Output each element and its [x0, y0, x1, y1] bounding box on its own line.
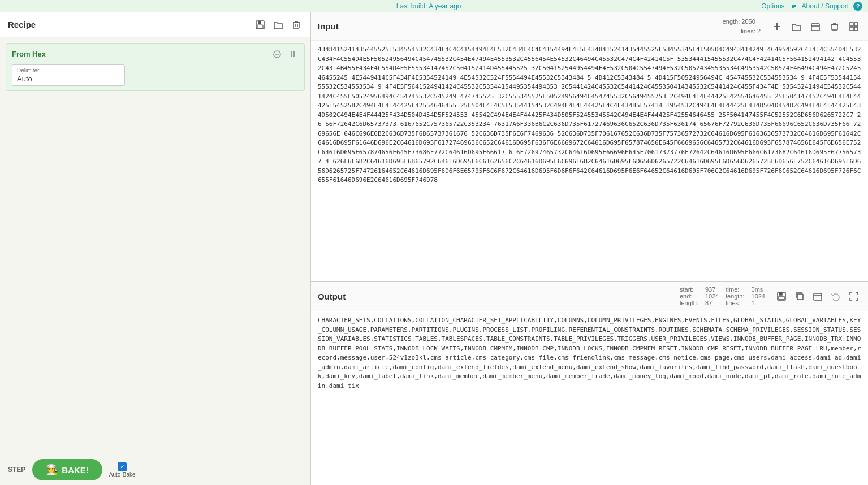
output-text: CHARACTER_SETS,COLLATIONS,COLLATION_CHAR…: [318, 317, 861, 389]
step-name: From Hex: [12, 50, 46, 58]
disable-step-button[interactable]: [271, 48, 283, 60]
output-end-value: 1024: [705, 293, 719, 300]
options-label[interactable]: Options: [761, 2, 784, 10]
output-length-label3: length:: [680, 300, 698, 306]
recipe-toolbar: [254, 18, 303, 31]
output-save-button[interactable]: [774, 290, 789, 303]
input-add-button[interactable]: [770, 20, 784, 33]
save-recipe-button[interactable]: [254, 18, 266, 31]
output-end-label: end:: [680, 293, 698, 300]
output-content: CHARACTER_SETS,COLLATIONS,COLLATION_CHAR…: [311, 311, 868, 485]
svg-rect-12: [811, 24, 819, 31]
output-meta: start: 937 time: 0ms end: 1024 length: 1…: [680, 286, 765, 306]
left-panel: Recipe: [0, 12, 311, 485]
input-grid-button[interactable]: [847, 20, 861, 33]
input-content[interactable]: 4348415241435445525F534554532C434F4C4C41…: [311, 41, 868, 281]
bake-button[interactable]: 👨‍🍳 BAKE!: [32, 459, 102, 480]
output-start-label: start:: [680, 286, 698, 293]
output-start-value: 937: [705, 286, 719, 293]
about-support-label[interactable]: About / Support: [802, 2, 849, 10]
output-time-label: time:: [726, 286, 744, 293]
input-header: Input length: 2050 lines: 2: [311, 12, 868, 41]
svg-rect-13: [832, 24, 837, 30]
input-lines-label: lines:: [741, 28, 755, 34]
bake-label: BAKE!: [62, 465, 89, 475]
output-length-value3: 87: [705, 300, 719, 306]
recipe-header: Recipe: [0, 12, 310, 37]
delete-recipe-button[interactable]: [290, 18, 303, 31]
recipe-title: Recipe: [8, 20, 36, 29]
input-text: 4348415241435445525F534554532C434F4C4C41…: [318, 46, 861, 184]
svg-rect-19: [779, 292, 782, 295]
svg-rect-16: [850, 27, 853, 31]
input-toolbar: [770, 20, 861, 33]
input-delete-button[interactable]: [827, 20, 842, 33]
svg-rect-9: [293, 51, 295, 57]
output-open-button[interactable]: [810, 290, 825, 303]
right-panel: Input length: 2050 lines: 2: [311, 12, 868, 485]
steps-area: From Hex: [0, 37, 310, 454]
input-open-tab-button[interactable]: [808, 20, 823, 33]
input-section: Input length: 2050 lines: 2: [311, 12, 868, 282]
last-build-label: Last build: A year ago: [96, 2, 761, 10]
output-length-value2: 1024: [752, 293, 765, 300]
output-copy-button[interactable]: [792, 290, 807, 303]
output-length-label2: length:: [726, 293, 744, 300]
from-hex-step: From Hex: [6, 43, 305, 91]
gear-icon[interactable]: [789, 2, 797, 10]
delimiter-field[interactable]: Delimiter Auto: [12, 64, 125, 86]
output-undo-button[interactable]: [828, 290, 843, 303]
input-length-value: 2050: [741, 18, 755, 25]
input-title: Input: [318, 21, 339, 31]
svg-rect-21: [797, 294, 803, 300]
open-recipe-button[interactable]: [272, 18, 284, 31]
output-time-value: 0ms: [752, 286, 765, 293]
step-label: STEP: [8, 466, 25, 474]
output-fullscreen-button[interactable]: [847, 290, 861, 303]
output-toolbar: [774, 290, 861, 303]
svg-rect-2: [257, 25, 263, 28]
chef-icon: 👨‍🍳: [46, 464, 58, 476]
help-icon[interactable]: ?: [853, 2, 862, 11]
pause-step-button[interactable]: [287, 48, 299, 60]
svg-rect-15: [854, 23, 858, 26]
auto-bake-control[interactable]: ✓ Auto-Bake: [109, 462, 136, 478]
output-lines-label: lines:: [726, 300, 744, 306]
svg-rect-17: [854, 27, 858, 31]
output-section: Output start: 937 time: 0ms end: 1024 le…: [311, 282, 868, 485]
output-lines-value: 1: [752, 300, 765, 306]
delimiter-label: Delimiter: [17, 67, 120, 73]
input-length-label: length:: [721, 18, 740, 25]
delimiter-value: Auto: [17, 75, 120, 83]
topbar: Last build: A year ago Options About / S…: [0, 0, 868, 12]
svg-rect-20: [779, 296, 784, 300]
bottom-bar: STEP 👨‍🍳 BAKE! ✓ Auto-Bake: [0, 454, 310, 485]
svg-rect-22: [814, 293, 822, 300]
input-lines-value: 2: [757, 28, 761, 34]
svg-rect-1: [258, 21, 261, 24]
auto-bake-checkbox[interactable]: ✓: [118, 462, 127, 471]
svg-rect-3: [293, 23, 299, 28]
input-open-folder-button[interactable]: [789, 20, 804, 33]
output-header: Output start: 937 time: 0ms end: 1024 le…: [311, 282, 868, 311]
top-right-links: Options About / Support ?: [761, 2, 862, 11]
auto-bake-label: Auto-Bake: [109, 471, 136, 478]
svg-rect-14: [850, 23, 853, 26]
step-controls: [271, 48, 299, 60]
svg-rect-8: [291, 51, 292, 57]
input-meta: length: 2050 lines: 2: [721, 17, 761, 36]
output-title: Output: [318, 292, 346, 301]
